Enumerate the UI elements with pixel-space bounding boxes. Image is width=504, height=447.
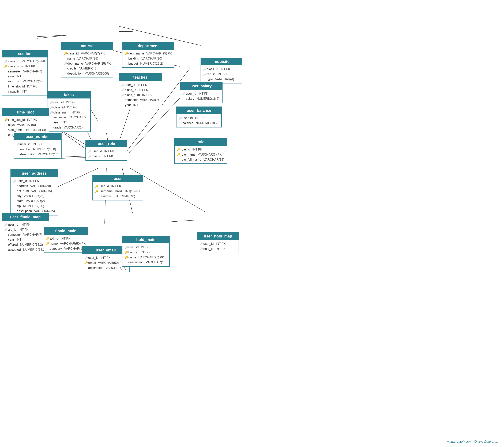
field-name: class_num xyxy=(125,93,140,97)
table-row: grade VARCHAR(2) xyxy=(50,125,88,130)
table-row: 🔑user_id INT FK xyxy=(88,149,125,154)
pk-icon: 🔑 xyxy=(46,241,49,246)
fk-icon: 🔑 xyxy=(121,88,124,92)
table-row: description VARCHAR(8000) xyxy=(63,71,111,76)
field-type: VARCHAR(7) xyxy=(140,97,159,102)
table-row: semester VARCHAR(7) xyxy=(121,97,160,102)
field-name: year xyxy=(8,237,14,242)
table-header-user_number: user_number xyxy=(14,133,61,140)
table-row: category VARCHAR(15) xyxy=(46,246,86,251)
field-name: aid_id xyxy=(50,236,58,241)
table-body-user_role: 🔑user_id INT FK🔑role_id INT FK xyxy=(86,147,127,160)
table-row: 🔑time_slot_id INT PK xyxy=(4,117,47,122)
field-constraint: PK xyxy=(66,236,71,241)
field-name: user_id xyxy=(182,116,193,121)
field-constraint: FK xyxy=(107,255,110,260)
field-type: NUMERIC(18,2) xyxy=(196,121,218,126)
field-type: INT xyxy=(137,82,143,87)
table-department: department🔑dept_name VARCHAR(25) PK buil… xyxy=(122,42,174,68)
field-constraint: FK xyxy=(76,110,80,115)
field-name: user_id xyxy=(20,142,31,147)
fk-icon: 🔑 xyxy=(125,245,128,250)
field-type: INT xyxy=(133,102,138,108)
table-row: days VARCHAR(8) xyxy=(4,122,47,127)
field-name: credits xyxy=(67,66,76,71)
table-body-requisite: 🔑class_id INT FK🔑req_id INT FK type VARC… xyxy=(201,65,242,83)
field-constraint: FK xyxy=(204,91,208,96)
fk-icon: 🔑 xyxy=(4,227,7,232)
table-row: room_no VARCHAR(6) xyxy=(4,79,45,84)
table-row: 🔑dept_name VARCHAR(25) PK xyxy=(125,51,172,56)
field-type: INT xyxy=(103,154,108,159)
table-requisite: requisite🔑class_id INT FK🔑req_id INT FK … xyxy=(200,58,242,83)
fk-icon: 🔑 xyxy=(88,154,91,158)
table-row: year INT xyxy=(50,120,88,125)
table-finaid_main: finaid_main🔑aid_id INT PK🔑name VARCHAR(5… xyxy=(44,227,88,253)
field-name: name xyxy=(67,56,75,61)
table-header-user_finaid_map: user_finaid_map xyxy=(2,213,49,221)
creately-logo: www.creately.com - Online Diagram... xyxy=(447,440,499,444)
table-row: year INT xyxy=(4,74,45,79)
pk-icon: 🔑 xyxy=(125,250,128,254)
table-user_hold_map: user_hold_map🔑user_id INT FK🔑hold_id INT… xyxy=(197,232,239,253)
field-type: VARCHAR(25) xyxy=(24,194,44,198)
field-type: INT xyxy=(192,147,198,152)
pk-icon: 🔑 xyxy=(4,118,7,122)
field-type: INT xyxy=(141,245,146,250)
field-constraint: PK xyxy=(81,241,86,246)
field-type: VARCHAR(15) xyxy=(38,152,58,157)
field-name: semester xyxy=(125,97,138,102)
field-type: INT xyxy=(220,67,225,72)
field-name: salary xyxy=(186,96,194,101)
table-row: type VARCHAR(4) xyxy=(203,77,240,82)
field-type: INT xyxy=(27,84,32,89)
field-name: username xyxy=(99,189,113,194)
table-header-user_address: user_address xyxy=(11,170,58,177)
table-row: credits NUMERIC(5 xyxy=(63,66,111,71)
field-name: hold_id xyxy=(203,246,214,252)
table-row: state VARCHAR(2) xyxy=(13,198,56,204)
field-constraint: FK xyxy=(222,241,226,246)
field-name: accepted xyxy=(8,247,21,252)
field-name: user_id xyxy=(186,91,196,96)
field-name: role_id xyxy=(181,147,190,152)
table-row: semester VARCHAR(7) xyxy=(4,232,47,237)
table-body-user: 🔑user_id INT PK🔑username VARCHAR(16) PK … xyxy=(93,182,143,200)
fk-icon: 🔑 xyxy=(88,149,91,154)
table-header-user_role: user_role xyxy=(86,140,127,147)
field-constraint: FK xyxy=(72,100,76,105)
field-name: user_id xyxy=(128,245,139,250)
field-name: semester xyxy=(53,115,66,120)
table-row: number NUMERIC(15,0) xyxy=(16,147,59,152)
field-type: VARCHAR(7) xyxy=(81,51,100,56)
field-type: NUMERIC(18,2) xyxy=(20,242,43,247)
field-type: INT xyxy=(27,117,32,122)
field-name: description xyxy=(128,260,144,265)
table-row: 🔑hold_id INT PK xyxy=(125,250,167,255)
field-constraint: FK xyxy=(41,59,45,64)
field-type: INT xyxy=(29,178,34,184)
table-takes: takes🔑user_id INT FK🔑class_id INT FK🔑cla… xyxy=(47,91,91,132)
field-name: capacity xyxy=(8,89,19,94)
field-type: VARCHAR(2) xyxy=(64,125,83,130)
field-type: NUMERIC(18,2) xyxy=(140,61,163,66)
table-row: 🔑class_num INT FK xyxy=(50,110,88,115)
table-body-finaid_main: 🔑aid_id INT PK🔑name VARCHAR(50) PK categ… xyxy=(44,235,88,253)
field-constraint: FK xyxy=(143,82,147,87)
fk-icon: 🔑 xyxy=(4,222,7,227)
field-name: req_id xyxy=(207,72,216,77)
field-type: INT xyxy=(33,142,38,147)
field-constraint: FK xyxy=(221,246,225,252)
field-name: password xyxy=(99,194,112,199)
table-row: semester VARCHAR(7) xyxy=(50,115,88,120)
field-name: name xyxy=(128,255,136,260)
table-row: budget NUMERIC(18,2) xyxy=(125,61,172,66)
table-row: 🔑role_id INT FK xyxy=(88,154,125,159)
fk-icon: 🔑 xyxy=(121,93,124,97)
field-type: VARCHAR(7) xyxy=(22,59,41,64)
fk-icon: 🔑 xyxy=(63,61,67,66)
table-row: 🔑user_id INT FK xyxy=(182,91,220,96)
pk-icon: 🔑 xyxy=(95,189,98,194)
table-row: offered NUMERIC(18,2) xyxy=(4,242,47,247)
field-constraint: FK xyxy=(224,72,228,77)
